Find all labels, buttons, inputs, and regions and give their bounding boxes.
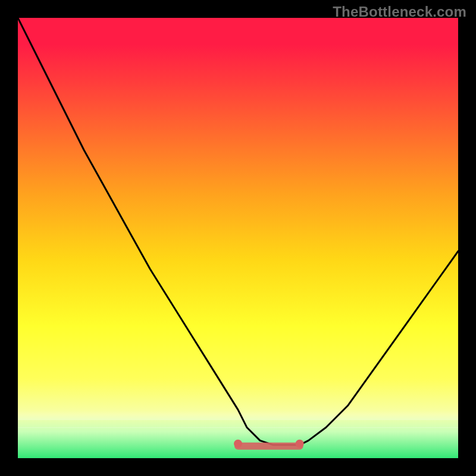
bottom-mark-dot <box>234 440 242 448</box>
curve-layer <box>18 18 458 458</box>
main-curve-path <box>18 18 458 445</box>
watermark-text: TheBottleneck.com <box>333 4 466 20</box>
plot-area <box>18 18 458 458</box>
bottom-mark-dot <box>296 440 304 448</box>
chart-frame: TheBottleneck.com <box>0 0 476 476</box>
